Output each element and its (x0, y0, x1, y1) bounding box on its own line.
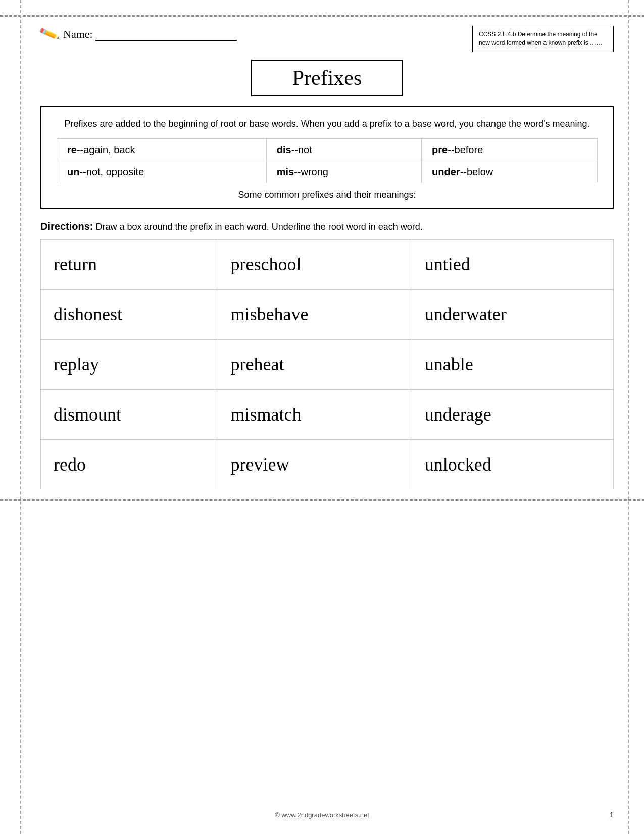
directions-label: Directions: (40, 221, 93, 232)
name-area: ✏️ Name: (40, 26, 237, 42)
info-description-text: Prefixes are added to the beginning of r… (64, 119, 589, 129)
title-box: Prefixes (251, 60, 404, 96)
prefix-under: under--below (422, 161, 598, 183)
prefix-row-1: re--again, back dis--not pre--before (57, 138, 598, 161)
page-number-text: 1 (610, 810, 614, 819)
header: ✏️ Name: CCSS 2.L.4.b Determine the mean… (40, 26, 614, 52)
word-redo: redo (41, 439, 218, 489)
word-replay: replay (41, 339, 218, 389)
prefix-re: re--again, back (57, 138, 267, 161)
word-dismount: dismount (41, 389, 218, 439)
word-preschool: preschool (218, 239, 412, 289)
prefix-table: re--again, back dis--not pre--before un-… (57, 138, 598, 183)
directions: Directions: Draw a box around the prefix… (40, 219, 614, 234)
page-number: 1 (610, 810, 614, 819)
directions-text: Draw a box around the prefix in each wor… (93, 222, 422, 232)
prefix-caption: Some common prefixes and their meanings: (57, 190, 598, 200)
word-misbehave: misbehave (218, 289, 412, 339)
info-description: Prefixes are added to the beginning of r… (57, 117, 598, 131)
word-return: return (41, 239, 218, 289)
word-mismatch: mismatch (218, 389, 412, 439)
word-dishonest: dishonest (41, 289, 218, 339)
prefix-caption-text: Some common prefixes and their meanings: (238, 190, 416, 200)
word-underage: underage (412, 389, 613, 439)
prefix-row-2: un--not, opposite mis--wrong under--belo… (57, 161, 598, 183)
word-unlocked: unlocked (412, 439, 613, 489)
standard-box: CCSS 2.L.4.b Determine the meaning of th… (472, 26, 614, 52)
page-title: Prefixes (292, 66, 362, 89)
info-box: Prefixes are added to the beginning of r… (40, 106, 614, 209)
name-line[interactable] (95, 31, 237, 41)
name-label: Name: (63, 28, 237, 41)
prefix-un: un--not, opposite (57, 161, 267, 183)
table-row: replay preheat unable (41, 339, 614, 389)
table-row: dismount mismatch underage (41, 389, 614, 439)
prefix-dis: dis--not (266, 138, 421, 161)
pencil-icon: ✏️ (38, 23, 60, 45)
word-underwater: underwater (412, 289, 613, 339)
bottom-dash-border (0, 499, 644, 501)
top-dash-border (0, 15, 644, 17)
table-row: return preschool untied (41, 239, 614, 289)
title-container: Prefixes (40, 60, 614, 96)
standard-text: CCSS 2.L.4.b Determine the meaning of th… (479, 31, 602, 47)
word-preview: preview (218, 439, 412, 489)
copyright-text: © www.2ndgradeworksheets.net (275, 811, 369, 819)
name-text: Name: (63, 28, 93, 40)
table-row: redo preview unlocked (41, 439, 614, 489)
word-unable: unable (412, 339, 613, 389)
prefix-mis: mis--wrong (266, 161, 421, 183)
prefix-pre: pre--before (422, 138, 598, 161)
footer: © www.2ndgradeworksheets.net (0, 811, 644, 819)
word-preheat: preheat (218, 339, 412, 389)
table-row: dishonest misbehave underwater (41, 289, 614, 339)
words-grid: return preschool untied dishonest misbeh… (40, 239, 614, 489)
word-untied: untied (412, 239, 613, 289)
